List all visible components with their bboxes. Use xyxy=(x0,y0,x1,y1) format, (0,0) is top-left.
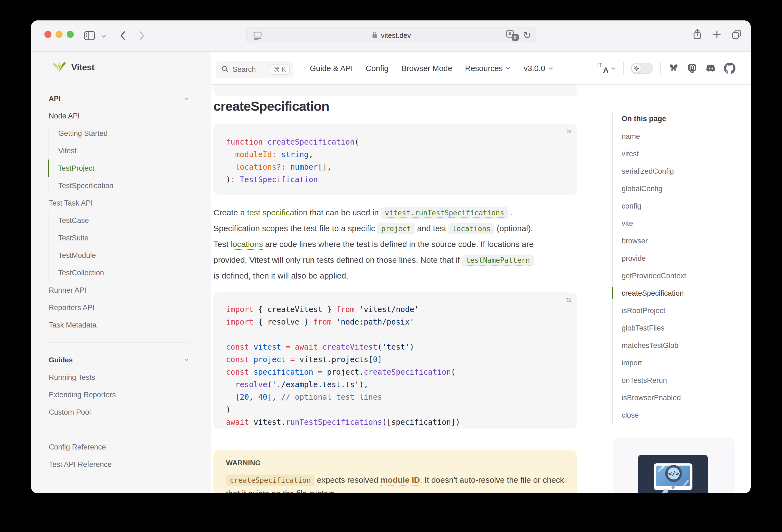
toc-title: On this page xyxy=(621,112,729,128)
mastodon-icon[interactable] xyxy=(686,63,698,74)
nav-browser-mode[interactable]: Browser Mode xyxy=(401,64,452,73)
toc-item-isbrowserenabled[interactable]: isBrowserEnabled xyxy=(621,389,729,406)
toc-item-ontestsrerun[interactable]: onTestsRerun xyxy=(621,371,729,389)
sidebar-item-runner-api[interactable]: Runner API xyxy=(49,282,191,299)
theme-toggle[interactable] xyxy=(631,63,653,74)
language-menu[interactable]: 文̇A xyxy=(597,63,616,74)
text-token: ( xyxy=(355,138,359,146)
inline-link[interactable]: locations xyxy=(230,240,263,249)
toggle-sidebar-icon[interactable] xyxy=(84,31,95,41)
toc-item-vitest[interactable]: vitest xyxy=(621,145,729,163)
sidebar-item-reporters-api[interactable]: Reporters API xyxy=(49,299,191,316)
toc-item-getprovidedcontext[interactable]: getProvidedContext xyxy=(621,267,729,285)
sidebar-item-testcollection[interactable]: TestCollection xyxy=(48,264,191,282)
text-token: : xyxy=(230,175,235,184)
sidebar-menu-chevron-icon[interactable] xyxy=(101,34,107,39)
nav-config[interactable]: Config xyxy=(366,64,389,73)
text-token: that can be used in xyxy=(308,208,381,217)
main-content: Search ⌘ K Guide & APIConfigBrowser Mode… xyxy=(211,52,751,493)
search-shortcut-badge: ⌘ K xyxy=(270,65,290,75)
inline-link[interactable]: module ID xyxy=(380,475,420,484)
search-icon xyxy=(221,65,229,74)
sidebar-item-api[interactable]: API xyxy=(49,90,191,107)
text-token: createSpecification xyxy=(364,367,451,377)
text-token: project xyxy=(253,355,286,364)
text-token xyxy=(263,138,268,146)
warning-title: WARNING xyxy=(226,459,261,467)
warning-callout: WARNING createSpecification expects reso… xyxy=(213,450,577,493)
toc-item-browser[interactable]: browser xyxy=(621,232,729,250)
sidebar-item-getting-started[interactable]: Getting Started xyxy=(48,125,191,142)
toc-item-import[interactable]: import xyxy=(621,354,729,371)
translate-icon[interactable]: A 文 xyxy=(506,30,519,41)
sidebar-item-testcase[interactable]: TestCase xyxy=(48,212,191,229)
text-token: 40 xyxy=(258,393,268,401)
text-token: Specification scopes the test file to a … xyxy=(213,224,378,233)
text-token: specification xyxy=(253,367,313,377)
text-token xyxy=(355,305,359,314)
toc-item-serializedconfig[interactable]: serializedConfig xyxy=(621,163,729,180)
back-button[interactable] xyxy=(119,30,127,42)
share-icon[interactable] xyxy=(691,28,703,42)
browser-window: vitest.dev A 文 ↻ xyxy=(31,21,751,493)
toc-item-createspecification[interactable]: createSpecification xyxy=(621,285,729,302)
toc-item-name[interactable]: name xyxy=(621,128,729,145)
text-token: TestSpecification xyxy=(240,175,318,184)
sidebar-item-config-reference[interactable]: Config Reference xyxy=(49,438,191,456)
sidebar-item-custom-pool[interactable]: Custom Pool xyxy=(49,403,191,421)
address-bar[interactable]: vitest.dev A 文 ↻ xyxy=(246,28,536,43)
text-token: { createVitest } xyxy=(253,305,336,314)
search-input[interactable]: Search ⌘ K xyxy=(216,61,293,78)
inline-code: project xyxy=(378,223,415,235)
forward-button[interactable] xyxy=(138,30,146,42)
sidebar-item-task-metadata[interactable]: Task Metadata xyxy=(49,316,191,334)
sidebar-item-test-api-reference[interactable]: Test API Reference xyxy=(49,456,191,473)
text-token: ], xyxy=(268,393,281,401)
bluesky-icon[interactable] xyxy=(668,63,679,74)
minimize-window-button[interactable] xyxy=(56,31,63,38)
reload-icon[interactable]: ↻ xyxy=(523,31,531,40)
github-icon[interactable] xyxy=(724,63,736,74)
nav-guide-api[interactable]: Guide & API xyxy=(310,64,353,73)
sidebar-item-test-task-api[interactable]: Test Task API xyxy=(49,194,191,212)
sidebar-item-extending-reporters[interactable]: Extending Reporters xyxy=(49,386,191,403)
sidebar-item-testspecification[interactable]: TestSpecification xyxy=(48,177,191,194)
toc-item-matchestestglob[interactable]: matchesTestGlob xyxy=(621,337,729,354)
toc-item-globalconfig[interactable]: globalConfig xyxy=(621,180,729,198)
text-token: . It doesn't auto-resolve the file or ch… xyxy=(420,475,564,484)
sidebar-item-vitest[interactable]: Vitest xyxy=(48,142,191,159)
sponsor-card[interactable]: </> xyxy=(613,438,735,493)
sidebar-item-running-tests[interactable]: Running Tests xyxy=(49,369,191,386)
close-window-button[interactable] xyxy=(44,31,51,38)
inline-code: locations xyxy=(449,223,494,235)
sidebar-item-testproject[interactable]: TestProject xyxy=(48,159,191,177)
vitest-logo-icon xyxy=(53,60,66,74)
sidebar-item-testmodule[interactable]: TestModule xyxy=(48,247,191,264)
toc-item-vite[interactable]: vite xyxy=(621,215,729,232)
toc-item-close[interactable]: close xyxy=(621,406,729,424)
sidebar-item-node-api[interactable]: Node API xyxy=(49,107,191,125)
discord-icon[interactable] xyxy=(705,63,717,74)
new-tab-icon[interactable] xyxy=(711,29,722,41)
nav-v3-0-0[interactable]: v3.0.0 xyxy=(524,64,553,73)
vitest-logo[interactable]: Vitest xyxy=(53,60,95,74)
code-block-example: ts import { createVitest } from 'vitest/… xyxy=(213,292,577,429)
inline-code: createSpecification xyxy=(226,474,315,486)
search-placeholder: Search xyxy=(233,65,266,74)
zoom-window-button[interactable] xyxy=(67,31,74,38)
toc-item-globtestfiles[interactable]: globTestFiles xyxy=(621,319,729,337)
inline-link[interactable]: test specification xyxy=(247,208,308,217)
inline-link[interactable]: testNamePattern xyxy=(462,255,534,266)
toc-item-isrootproject[interactable]: isRootProject xyxy=(621,302,729,319)
inline-link[interactable]: vitest.runTestSpecifications xyxy=(381,207,508,219)
divider xyxy=(660,62,661,75)
sidebar-item-guides[interactable]: Guides xyxy=(49,351,191,369)
toc-item-config[interactable]: config xyxy=(621,198,729,215)
nav-resources[interactable]: Resources xyxy=(465,64,511,73)
tab-overview-icon[interactable] xyxy=(731,28,743,41)
toc-item-provide[interactable]: provide xyxy=(621,250,729,267)
text-token: is defined, then it will also be applied… xyxy=(213,271,348,280)
text-token: from xyxy=(313,317,331,326)
sidebar-item-testsuite[interactable]: TestSuite xyxy=(48,229,191,247)
text-token: ) xyxy=(226,175,230,184)
